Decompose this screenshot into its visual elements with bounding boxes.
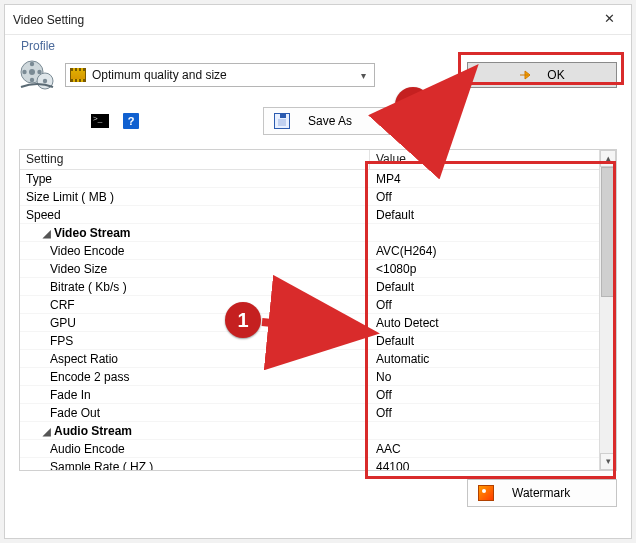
scroll-thumb[interactable] [601,167,615,297]
help-icon[interactable]: ? [123,113,139,129]
save-as-label: Save As [308,114,352,128]
setting-cell: Aspect Ratio [20,350,370,367]
table-row[interactable]: GPUAuto Detect [20,314,599,332]
col-setting-header[interactable]: Setting [20,150,370,169]
setting-cell: Speed [20,206,370,223]
col-value-header[interactable]: Value [370,150,599,169]
setting-cell: Bitrate ( Kb/s ) [20,278,370,295]
video-setting-dialog: Video Setting ✕ Profile [4,4,632,539]
console-icon[interactable] [91,114,109,128]
value-cell[interactable]: Auto Detect [370,314,599,331]
table-row[interactable]: Encode 2 passNo [20,368,599,386]
value-cell[interactable]: Default [370,278,599,295]
value-cell[interactable]: <1080p [370,260,599,277]
floppy-disk-icon [274,113,290,129]
watermark-label: Watermark [512,486,570,500]
filmstrip-icon [70,68,86,82]
vertical-scrollbar[interactable]: ▴ ▾ [599,150,616,470]
watermark-icon [478,485,494,501]
collapse-triangle-icon[interactable]: ◢ [42,225,52,241]
chevron-down-icon: ▾ [361,70,370,81]
arrow-right-icon [519,68,533,82]
setting-cell: Audio Encode [20,440,370,457]
scroll-up-icon[interactable]: ▴ [600,150,616,167]
value-cell[interactable]: Automatic [370,350,599,367]
value-cell[interactable] [370,224,599,241]
collapse-triangle-icon[interactable]: ◢ [42,423,52,439]
save-as-button[interactable]: Save As [263,107,413,135]
value-cell[interactable]: 44100 [370,458,599,470]
table-row[interactable]: SpeedDefault [20,206,599,224]
settings-table: Setting Value TypeMP4Size Limit ( MB )Of… [19,149,617,471]
table-row[interactable]: ◢Audio Stream [20,422,599,440]
table-row[interactable]: TypeMP4 [20,170,599,188]
value-cell[interactable]: Off [370,296,599,313]
value-cell[interactable]: MP4 [370,170,599,187]
setting-cell: Size Limit ( MB ) [20,188,370,205]
profile-selected-text: Optimum quality and size [92,68,355,82]
table-row[interactable]: Fade InOff [20,386,599,404]
value-cell[interactable]: Off [370,386,599,403]
setting-cell: Fade Out [20,404,370,421]
table-row[interactable]: Video EncodeAVC(H264) [20,242,599,260]
svg-point-4 [22,70,26,74]
setting-cell: Video Encode [20,242,370,259]
setting-cell: CRF [20,296,370,313]
profile-dropdown[interactable]: Optimum quality and size ▾ [65,63,375,87]
watermark-button[interactable]: Watermark [467,479,617,507]
setting-cell: Sample Rate ( HZ ) [20,458,370,470]
scroll-down-icon[interactable]: ▾ [600,453,616,470]
value-cell[interactable] [370,422,599,439]
table-row[interactable]: Fade OutOff [20,404,599,422]
value-cell[interactable]: AVC(H264) [370,242,599,259]
setting-cell: Video Size [20,260,370,277]
titlebar: Video Setting ✕ [5,5,631,35]
table-row[interactable]: CRFOff [20,296,599,314]
profile-label: Profile [19,39,617,55]
svg-point-2 [30,62,34,66]
table-row[interactable]: Bitrate ( Kb/s )Default [20,278,599,296]
value-cell[interactable]: Default [370,332,599,349]
setting-cell: Fade In [20,386,370,403]
window-title: Video Setting [13,13,84,27]
value-cell[interactable]: Default [370,206,599,223]
value-cell[interactable]: No [370,368,599,385]
svg-point-7 [43,79,47,83]
setting-cell: GPU [20,314,370,331]
table-row[interactable]: Sample Rate ( HZ )44100 [20,458,599,470]
table-row[interactable]: ◢Video Stream [20,224,599,242]
table-row[interactable]: Video Size<1080p [20,260,599,278]
ok-button-label: OK [547,68,564,82]
svg-point-1 [29,69,35,75]
ok-button[interactable]: OK [467,62,617,88]
setting-cell: ◢Audio Stream [20,422,370,439]
value-cell[interactable]: Off [370,404,599,421]
setting-cell: Type [20,170,370,187]
table-row[interactable]: Size Limit ( MB )Off [20,188,599,206]
table-row[interactable]: FPSDefault [20,332,599,350]
setting-cell: Encode 2 pass [20,368,370,385]
film-reel-icon [19,57,55,93]
setting-cell: ◢Video Stream [20,224,370,241]
table-row[interactable]: Audio EncodeAAC [20,440,599,458]
value-cell[interactable]: AAC [370,440,599,457]
scroll-track[interactable] [600,167,616,453]
value-cell[interactable]: Off [370,188,599,205]
table-header: Setting Value [20,150,599,170]
svg-point-3 [30,78,34,82]
setting-cell: FPS [20,332,370,349]
close-button[interactable]: ✕ [595,10,623,30]
table-row[interactable]: Aspect RatioAutomatic [20,350,599,368]
